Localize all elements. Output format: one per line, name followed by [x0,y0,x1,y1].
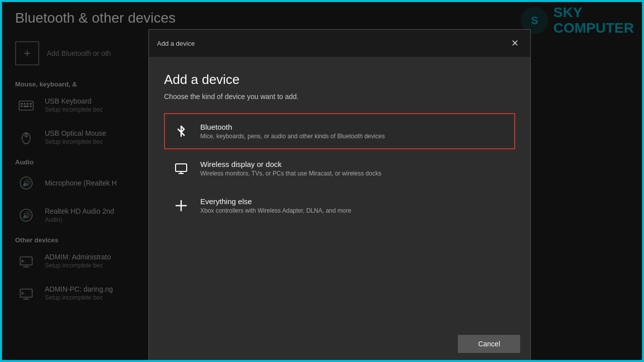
everything-else-title: Everything else [200,197,351,206]
everything-else-icon [172,197,190,215]
everything-else-desc: Xbox controllers with Wireless Adapter, … [200,207,351,214]
bluetooth-option-title: Bluetooth [200,123,385,131]
bluetooth-option[interactable]: Bluetooth Mice, keyboards, pens, or audi… [164,113,515,149]
bluetooth-option-desc: Mice, keyboards, pens, or audio and othe… [200,133,385,140]
modal-titlebar: Add a device ✕ [149,30,530,57]
modal-titlebar-text: Add a device [157,40,195,47]
wireless-display-title: Wireless display or dock [200,160,381,168]
modal-heading: Add a device [164,72,515,87]
modal-footer: Cancel [149,327,530,360]
modal-close-button[interactable]: ✕ [507,36,522,51]
modal-body: Add a device Choose the kind of device y… [149,57,530,327]
wireless-display-desc: Wireless monitors, TVs, or PCs that use … [200,170,381,177]
cancel-button[interactable]: Cancel [458,335,520,353]
bluetooth-icon [172,122,190,140]
wireless-display-icon [172,159,190,177]
svg-rect-23 [176,164,187,171]
wireless-display-option[interactable]: Wireless display or dock Wireless monito… [164,150,515,187]
everything-else-option[interactable]: Everything else Xbox controllers with Wi… [164,188,515,224]
add-device-modal: Add a device ✕ Add a device Choose the k… [148,29,531,361]
modal-subheading: Choose the kind of device you want to ad… [164,93,515,101]
